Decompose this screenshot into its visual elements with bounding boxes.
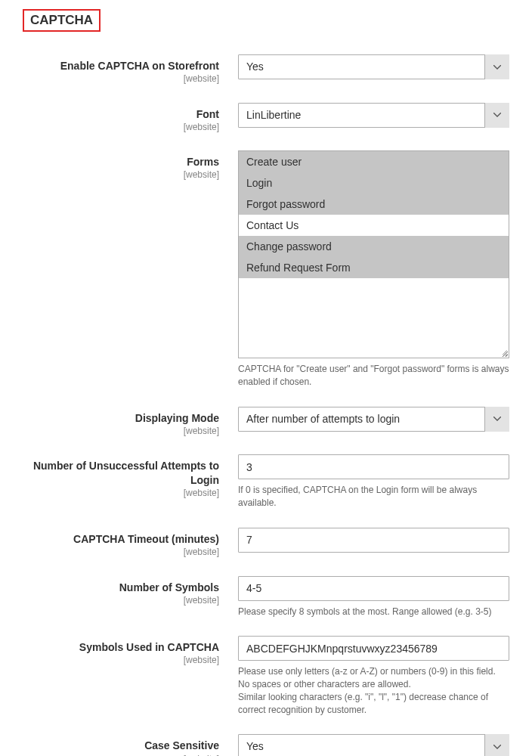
label-attempts: Number of Unsuccessful Attempts to Login	[23, 459, 219, 486]
label-case-sensitive: Case Sensitive	[23, 739, 219, 752]
help-symbols-used: Please use only letters (a-z or A-Z) or …	[238, 665, 509, 716]
field-forms: Forms [website] Create userLoginForgot p…	[23, 150, 509, 389]
resize-handle-icon[interactable]	[497, 346, 508, 357]
field-symbols-used: Symbols Used in CAPTCHA [website] Please…	[23, 636, 509, 716]
forms-option[interactable]: Refund Request Form	[239, 257, 509, 278]
scope-label: [website]	[23, 122, 219, 132]
select-enable-captcha[interactable]: Yes	[238, 54, 509, 79]
scope-label: [website]	[23, 488, 219, 498]
label-font: Font	[23, 107, 219, 121]
label-symbol-count: Number of Symbols	[23, 581, 219, 594]
label-enable-captcha: Enable CAPTCHA on Storefront	[23, 59, 219, 73]
field-symbol-count: Number of Symbols [website] Please speci…	[23, 576, 509, 618]
forms-option[interactable]: Create user	[239, 151, 509, 172]
select-font[interactable]: LinLibertine	[238, 103, 509, 128]
forms-option[interactable]: Forgot password	[239, 194, 509, 215]
select-displaying-mode[interactable]: After number of attempts to login	[238, 407, 509, 432]
input-symbols-used[interactable]	[238, 636, 509, 661]
label-symbols-used: Symbols Used in CAPTCHA	[23, 640, 219, 654]
chevron-down-icon	[484, 103, 509, 128]
label-forms: Forms	[23, 155, 219, 169]
help-attempts: If 0 is specified, CAPTCHA on the Login …	[238, 484, 509, 510]
scope-label: [website]	[23, 169, 219, 180]
label-timeout: CAPTCHA Timeout (minutes)	[23, 532, 219, 546]
scope-label: [website]	[23, 73, 219, 84]
field-font: Font [website] LinLibertine	[23, 103, 509, 133]
scope-label: [website]	[23, 547, 219, 557]
select-value: After number of attempts to login	[238, 407, 509, 432]
field-enable-captcha: Enable CAPTCHA on Storefront [website] Y…	[23, 54, 509, 85]
scope-label: [website]	[23, 655, 219, 665]
forms-option[interactable]: Change password	[239, 236, 509, 257]
select-value: Yes	[238, 734, 509, 756]
field-displaying-mode: Displaying Mode [website] After number o…	[23, 407, 509, 437]
select-value: LinLibertine	[238, 103, 509, 128]
chevron-down-icon	[484, 407, 509, 432]
multiselect-forms[interactable]: Create userLoginForgot passwordContact U…	[238, 150, 509, 358]
forms-option[interactable]: Login	[239, 172, 509, 194]
field-attempts: Number of Unsuccessful Attempts to Login…	[23, 454, 509, 510]
label-displaying-mode: Displaying Mode	[23, 411, 219, 425]
section-title-captcha: CAPTCHA	[23, 9, 101, 32]
forms-option[interactable]: Contact Us	[239, 215, 509, 236]
scope-label: [website]	[23, 595, 219, 606]
help-forms: CAPTCHA for "Create user" and "Forgot pa…	[238, 363, 509, 389]
help-symbol-count: Please specify 8 symbols at the most. Ra…	[238, 606, 509, 618]
input-timeout[interactable]	[238, 528, 509, 553]
scope-label: [website]	[23, 426, 219, 436]
field-case-sensitive: Case Sensitive [website] Yes	[23, 734, 509, 756]
select-value: Yes	[238, 54, 509, 79]
field-timeout: CAPTCHA Timeout (minutes) [website]	[23, 528, 509, 558]
chevron-down-icon	[484, 54, 509, 79]
input-attempts[interactable]	[238, 454, 509, 479]
input-symbol-count[interactable]	[238, 576, 509, 601]
chevron-down-icon	[484, 734, 509, 756]
select-case-sensitive[interactable]: Yes	[238, 734, 509, 756]
